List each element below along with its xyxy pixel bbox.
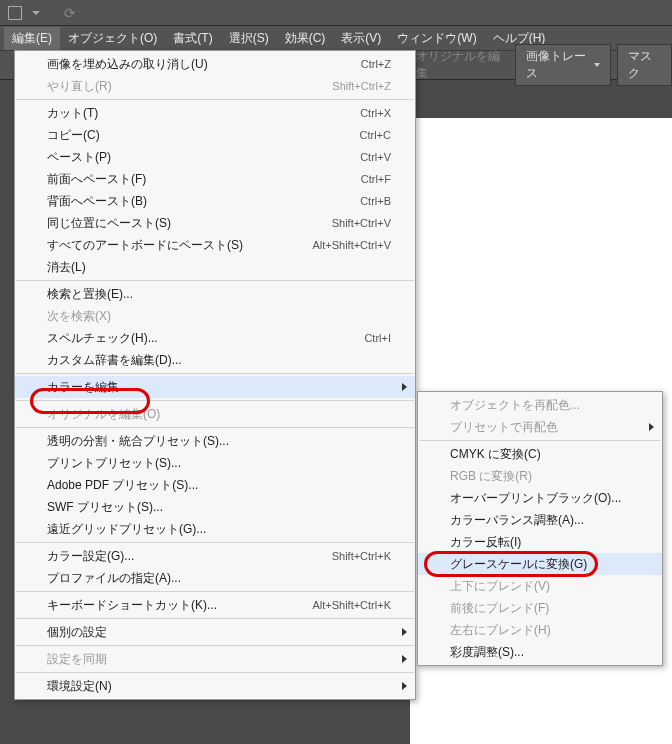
- menu-item[interactable]: 検索と置換(E)...: [15, 283, 415, 305]
- submenu-arrow-icon: [402, 628, 407, 636]
- menu-item-label: SWF プリセット(S)...: [47, 499, 391, 516]
- separator: [16, 427, 414, 428]
- shortcut: Ctrl+B: [360, 195, 391, 207]
- menu-item[interactable]: プロファイルの指定(A)...: [15, 567, 415, 589]
- shortcut: Alt+Shift+Ctrl+K: [312, 599, 391, 611]
- menu-item[interactable]: すべてのアートボードにペースト(S)Alt+Shift+Ctrl+V: [15, 234, 415, 256]
- menu-item-label: プリントプリセット(S)...: [47, 455, 391, 472]
- menu-item: RGB に変換(R): [418, 465, 662, 487]
- menu-item[interactable]: CMYK に変換(C): [418, 443, 662, 465]
- menu-item: プリセットで再配色: [418, 416, 662, 438]
- menu-item[interactable]: プリントプリセット(S)...: [15, 452, 415, 474]
- separator: [16, 645, 414, 646]
- shortcut: Ctrl+I: [364, 332, 391, 344]
- menu-item-label: カラーバランス調整(A)...: [450, 512, 638, 529]
- menu-item[interactable]: カラー反転(I): [418, 531, 662, 553]
- menu-item[interactable]: 遠近グリッドプリセット(G)...: [15, 518, 415, 540]
- menu-3[interactable]: 選択(S): [221, 27, 277, 50]
- sync-icon[interactable]: ⟳: [64, 5, 76, 21]
- menu-item[interactable]: 同じ位置にペースト(S)Shift+Ctrl+V: [15, 212, 415, 234]
- menu-item-label: スペルチェック(H)...: [47, 330, 364, 347]
- menu-4[interactable]: 効果(C): [277, 27, 334, 50]
- menu-item-label: 遠近グリッドプリセット(G)...: [47, 521, 391, 538]
- menu-item[interactable]: 個別の設定: [15, 621, 415, 643]
- menu-item: やり直し(R)Shift+Ctrl+Z: [15, 75, 415, 97]
- image-trace-button[interactable]: 画像トレース: [515, 44, 611, 86]
- workspace-icon[interactable]: [8, 6, 22, 20]
- menu-item-label: Adobe PDF プリセット(S)...: [47, 477, 391, 494]
- menu-item[interactable]: 環境設定(N): [15, 675, 415, 697]
- menu-item[interactable]: カット(T)Ctrl+X: [15, 102, 415, 124]
- shortcut: Shift+Ctrl+K: [332, 550, 391, 562]
- workspace-dropdown-icon[interactable]: [32, 11, 40, 15]
- menu-item-label: 環境設定(N): [47, 678, 391, 695]
- menu-item[interactable]: カラーを編集: [15, 376, 415, 398]
- menu-5[interactable]: 表示(V): [333, 27, 389, 50]
- menu-item[interactable]: 画像を埋め込みの取り消し(U)Ctrl+Z: [15, 53, 415, 75]
- menu-0[interactable]: 編集(E): [4, 27, 60, 50]
- edit-menu: 画像を埋め込みの取り消し(U)Ctrl+Zやり直し(R)Shift+Ctrl+Z…: [14, 50, 416, 700]
- menu-item: 設定を同期: [15, 648, 415, 670]
- shortcut: Shift+Ctrl+V: [332, 217, 391, 229]
- menu-6[interactable]: ウィンドウ(W): [389, 27, 484, 50]
- separator: [16, 591, 414, 592]
- menu-item[interactable]: カラーバランス調整(A)...: [418, 509, 662, 531]
- menu-item-label: 次を検索(X): [47, 308, 391, 325]
- separator: [16, 99, 414, 100]
- app-topbar: ⟳: [0, 0, 672, 26]
- menu-item-label: ペースト(P): [47, 149, 360, 166]
- menu-2[interactable]: 書式(T): [165, 27, 220, 50]
- menu-item-label: RGB に変換(R): [450, 468, 638, 485]
- menu-item-label: 個別の設定: [47, 624, 391, 641]
- chevron-down-icon: [594, 63, 600, 67]
- menu-item-label: プロファイルの指定(A)...: [47, 570, 391, 587]
- menu-item-label: やり直し(R): [47, 78, 332, 95]
- menu-item: 次を検索(X): [15, 305, 415, 327]
- menu-item[interactable]: Adobe PDF プリセット(S)...: [15, 474, 415, 496]
- separator: [16, 672, 414, 673]
- menu-item[interactable]: グレースケールに変換(G): [418, 553, 662, 575]
- menu-item-label: カスタム辞書を編集(D)...: [47, 352, 391, 369]
- menu-item-label: 前面へペースト(F): [47, 171, 361, 188]
- menu-item[interactable]: スペルチェック(H)...Ctrl+I: [15, 327, 415, 349]
- menu-item-label: 透明の分割・統合プリセット(S)...: [47, 433, 391, 450]
- menu-item-label: 画像を埋め込みの取り消し(U): [47, 56, 361, 73]
- menu-item[interactable]: キーボードショートカット(K)...Alt+Shift+Ctrl+K: [15, 594, 415, 616]
- shortcut: Ctrl+F: [361, 173, 391, 185]
- menu-item[interactable]: カスタム辞書を編集(D)...: [15, 349, 415, 371]
- menu-item[interactable]: オーバープリントブラック(O)...: [418, 487, 662, 509]
- separator: [419, 440, 661, 441]
- menu-item: 前後にブレンド(F): [418, 597, 662, 619]
- mask-button[interactable]: マスク: [617, 44, 672, 86]
- menu-item-label: グレースケールに変換(G): [450, 556, 638, 573]
- menu-item[interactable]: コピー(C)Ctrl+C: [15, 124, 415, 146]
- submenu-arrow-icon: [402, 655, 407, 663]
- menu-item[interactable]: 背面へペースト(B)Ctrl+B: [15, 190, 415, 212]
- submenu-arrow-icon: [402, 682, 407, 690]
- shortcut: Ctrl+Z: [361, 58, 391, 70]
- submenu-arrow-icon: [402, 383, 407, 391]
- menu-item[interactable]: SWF プリセット(S)...: [15, 496, 415, 518]
- menu-item-label: 同じ位置にペースト(S): [47, 215, 332, 232]
- menu-item-label: コピー(C): [47, 127, 360, 144]
- menu-item: オリジナルを編集(O): [15, 403, 415, 425]
- menu-item-label: オーバープリントブラック(O)...: [450, 490, 638, 507]
- menu-item-label: 検索と置換(E)...: [47, 286, 391, 303]
- menu-item[interactable]: 彩度調整(S)...: [418, 641, 662, 663]
- menu-item-label: 上下にブレンド(V): [450, 578, 638, 595]
- menu-1[interactable]: オブジェクト(O): [60, 27, 165, 50]
- separator: [16, 373, 414, 374]
- menu-item-label: 前後にブレンド(F): [450, 600, 638, 617]
- menu-item[interactable]: 前面へペースト(F)Ctrl+F: [15, 168, 415, 190]
- menu-item-label: カット(T): [47, 105, 360, 122]
- menu-item-label: カラーを編集: [47, 379, 391, 396]
- menu-item[interactable]: ペースト(P)Ctrl+V: [15, 146, 415, 168]
- menu-item-label: 左右にブレンド(H): [450, 622, 638, 639]
- submenu-arrow-icon: [649, 423, 654, 431]
- shortcut: Ctrl+X: [360, 107, 391, 119]
- menu-item[interactable]: 透明の分割・統合プリセット(S)...: [15, 430, 415, 452]
- separator: [16, 400, 414, 401]
- menu-item[interactable]: カラー設定(G)...Shift+Ctrl+K: [15, 545, 415, 567]
- menu-item[interactable]: 消去(L): [15, 256, 415, 278]
- menu-item-label: カラー反転(I): [450, 534, 638, 551]
